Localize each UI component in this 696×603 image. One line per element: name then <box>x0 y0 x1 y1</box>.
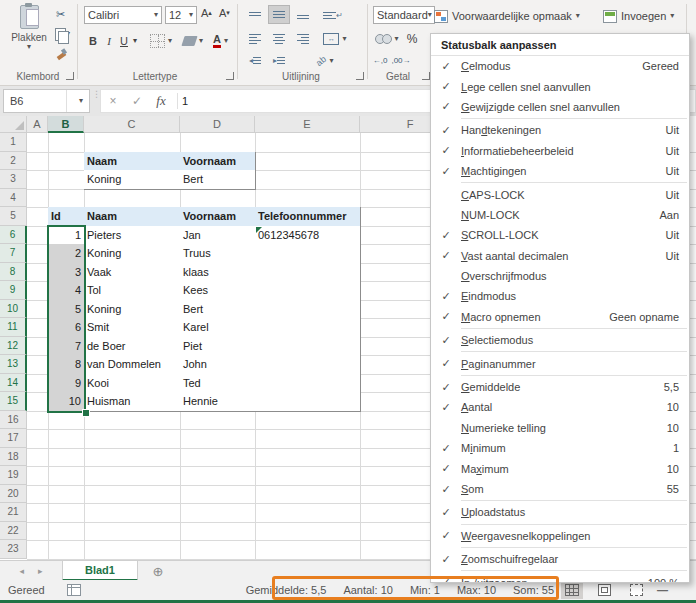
percent-style-button[interactable]: % <box>404 29 420 48</box>
font-name-combo[interactable]: Calibri▾ <box>84 6 162 24</box>
menu-item[interactable]: Overschrijfmodus <box>431 266 689 286</box>
increase-decimal-button[interactable]: ←,0 <box>372 51 388 70</box>
menu-item[interactable]: ✓Eindmodus <box>431 286 689 306</box>
conditional-formatting-button[interactable]: Voorwaardelijke opmaak▾ <box>434 6 580 26</box>
menu-item[interactable]: ✓In-/uitzoomen100 % <box>431 572 689 583</box>
menu-item[interactable]: ✓InformatiebeheerbeleidUit <box>431 141 689 161</box>
alignment-dialog-launcher[interactable] <box>356 72 364 80</box>
sheet-nav-right-icon[interactable]: ▸ <box>38 566 43 576</box>
table2-cell[interactable]: Naam <box>84 207 181 227</box>
row-header-12[interactable]: 12 <box>0 337 27 356</box>
table2-cell[interactable]: Bert <box>180 300 256 320</box>
page-break-view-button[interactable] <box>625 581 647 599</box>
fill-handle[interactable] <box>82 409 90 417</box>
table1-cell[interactable]: Voornaam <box>180 152 256 172</box>
row-header-3[interactable]: 3 <box>0 170 27 189</box>
number-format-combo[interactable]: Standaard▾ <box>373 6 435 24</box>
accounting-format-button[interactable]: ▾ <box>372 29 402 48</box>
row-header-7[interactable]: 7 <box>0 244 27 263</box>
column-header-A[interactable]: A <box>27 116 48 133</box>
number-dialog-launcher[interactable] <box>422 72 430 80</box>
table1-cell[interactable]: Naam <box>84 152 181 172</box>
column-header-E[interactable]: E <box>255 116 360 133</box>
menu-item[interactable]: ✓Minimum1 <box>431 438 689 458</box>
copy-button[interactable]: ▾ <box>55 26 73 42</box>
macro-record-icon[interactable] <box>67 584 81 596</box>
menu-item[interactable]: CAPS-LOCKUit <box>431 184 689 204</box>
row-header-5[interactable]: 5 <box>0 207 27 226</box>
table1-cell[interactable]: Bert <box>180 170 256 190</box>
table2-cell[interactable]: Hennie <box>180 392 256 412</box>
insert-function-button[interactable]: fx <box>149 93 173 109</box>
table2-cell[interactable] <box>255 392 361 412</box>
row-header-16[interactable]: 16 <box>0 411 27 430</box>
row-header-23[interactable]: 23 <box>0 540 27 559</box>
table2-cell[interactable] <box>255 374 361 394</box>
row-header-9[interactable]: 9 <box>0 281 27 300</box>
menu-item[interactable]: Numerieke telling10 <box>431 418 689 438</box>
table2-cell[interactable] <box>255 337 361 357</box>
row-header-11[interactable]: 11 <box>0 318 27 337</box>
name-box[interactable]: B6 ▾ <box>3 89 90 113</box>
row-header-4[interactable]: 4 <box>0 189 27 208</box>
orientation-button[interactable]: ab▾ <box>308 51 342 70</box>
align-center-button[interactable] <box>268 29 290 48</box>
font-size-combo[interactable]: 12▾ <box>165 6 197 24</box>
row-header-21[interactable]: 21 <box>0 503 27 522</box>
menu-item[interactable]: ✓Uploadstatus <box>431 502 689 522</box>
table2-cell[interactable]: Piet <box>180 337 256 357</box>
table2-cell[interactable]: van Dommelen <box>84 355 181 375</box>
row-header-19[interactable]: 19 <box>0 466 27 485</box>
formula-input[interactable]: 1 <box>182 95 188 107</box>
row-header-2[interactable]: 2 <box>0 152 27 171</box>
wrap-text-button[interactable]: ↵ <box>322 6 344 25</box>
menu-item[interactable]: ✓Gewijzigde cellen snel aanvullen <box>431 97 689 117</box>
table2-cell[interactable]: Huisman <box>84 392 181 412</box>
italic-button[interactable]: I <box>103 31 115 50</box>
table2-cell[interactable]: Koning <box>84 244 181 264</box>
menu-item[interactable]: ✓Aantal10 <box>431 397 689 417</box>
cancel-button[interactable]: × <box>101 94 125 108</box>
table2-cell[interactable]: de Boer <box>84 337 181 357</box>
bold-button[interactable]: B <box>86 31 100 50</box>
column-header-B[interactable]: B <box>48 116 84 133</box>
insert-cells-button[interactable]: Invoegen▾ <box>603 6 674 26</box>
align-top-button[interactable] <box>244 6 266 25</box>
table2-cell[interactable]: klaas <box>180 263 256 283</box>
table2-cell[interactable]: John <box>180 355 256 375</box>
table1-cell[interactable]: Koning <box>84 170 181 190</box>
row-header-6[interactable]: 6 <box>0 226 27 245</box>
row-header-22[interactable]: 22 <box>0 522 27 541</box>
borders-button[interactable]: ▾ <box>150 31 172 50</box>
zoom-out-button[interactable]: — <box>657 584 668 596</box>
enter-button[interactable]: ✓ <box>125 94 149 108</box>
table2-cell[interactable] <box>255 263 361 283</box>
menu-item[interactable]: ✓MachtigingenUit <box>431 161 689 181</box>
cut-button[interactable]: ✂ <box>56 6 74 22</box>
table2-cell[interactable]: Pieters <box>84 226 181 246</box>
table2-cell[interactable]: Karel <box>180 318 256 338</box>
column-header-D[interactable]: D <box>180 116 255 133</box>
decrease-decimal-button[interactable]: ,00→ <box>392 51 410 70</box>
row-header-8[interactable]: 8 <box>0 263 27 282</box>
row-header-15[interactable]: 15 <box>0 392 27 411</box>
table2-cell[interactable]: Voornaam <box>180 207 256 227</box>
underline-button[interactable]: U <box>117 31 131 50</box>
page-layout-view-button[interactable] <box>593 581 615 599</box>
paste-button[interactable]: Plakken ▾ <box>8 5 50 63</box>
table2-cell[interactable] <box>255 281 361 301</box>
table2-cell[interactable]: 0612345678 <box>255 226 361 246</box>
name-box-dropdown[interactable]: ▾ <box>66 90 89 112</box>
new-sheet-button[interactable]: ⊕ <box>138 561 178 581</box>
menu-item[interactable]: ✓Paginanummer <box>431 353 689 373</box>
merge-center-button[interactable]: ↔▾ <box>318 29 352 48</box>
table2-cell[interactable] <box>255 244 361 264</box>
menu-item[interactable]: ✓CelmodusGereed <box>431 56 689 76</box>
row-header-10[interactable]: 10 <box>0 300 27 319</box>
menu-item[interactable]: ✓HandtekeningenUit <box>431 120 689 140</box>
normal-view-button[interactable] <box>561 581 583 599</box>
underline-dropdown[interactable]: ▾ <box>131 31 139 50</box>
table2-cell[interactable]: Telefoonnummer <box>255 207 361 227</box>
table2-cell[interactable]: Koning <box>84 300 181 320</box>
row-header-18[interactable]: 18 <box>0 448 27 467</box>
